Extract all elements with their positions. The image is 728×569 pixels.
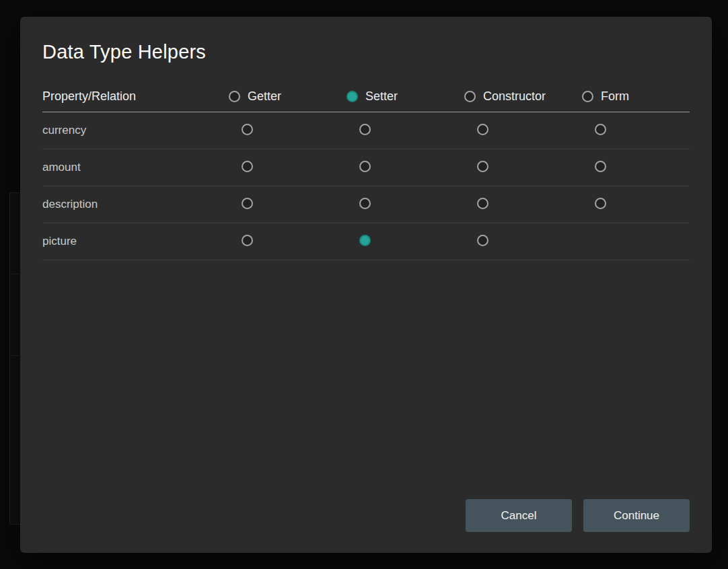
row-label-amount: amount — [42, 161, 229, 174]
background-divider — [10, 274, 20, 274]
cell-currency-form — [582, 124, 690, 138]
column-header-setter: Setter — [347, 89, 464, 104]
radio-description-form[interactable] — [595, 198, 606, 209]
radio-currency-setter[interactable] — [359, 124, 371, 135]
column-radio-getter[interactable] — [229, 91, 240, 102]
radio-currency-getter[interactable] — [242, 124, 253, 135]
cell-description-setter — [347, 198, 464, 212]
radio-description-getter[interactable] — [242, 198, 253, 209]
column-label-form: Form — [601, 89, 629, 104]
dialog-spacer — [42, 260, 690, 499]
radio-currency-constructor[interactable] — [477, 124, 488, 135]
column-header-getter: Getter — [229, 89, 347, 104]
table-row-amount: amount — [42, 149, 690, 186]
table-row-picture: picture — [42, 223, 690, 260]
cell-description-getter — [229, 198, 347, 212]
cancel-button[interactable]: Cancel — [466, 499, 572, 532]
cell-currency-setter — [347, 124, 464, 138]
radio-picture-setter[interactable] — [359, 235, 371, 246]
radio-amount-getter[interactable] — [242, 161, 253, 172]
cell-picture-getter — [229, 235, 347, 249]
cell-amount-constructor — [464, 161, 582, 175]
cell-currency-constructor — [464, 124, 582, 138]
column-label-constructor: Constructor — [483, 89, 546, 104]
table-row-currency: currency — [42, 112, 690, 149]
cell-picture-constructor — [464, 235, 582, 249]
row-label-description: description — [42, 198, 229, 211]
radio-description-setter[interactable] — [359, 198, 371, 209]
table-header: Property/Relation GetterSetterConstructo… — [42, 81, 690, 112]
column-label-setter: Setter — [365, 89, 398, 104]
column-radio-constructor[interactable] — [464, 91, 476, 102]
cell-amount-form — [582, 161, 690, 175]
table-row-description: description — [42, 186, 690, 223]
background-divider — [10, 355, 20, 356]
property-relation-header: Property/Relation — [42, 89, 229, 104]
radio-amount-constructor[interactable] — [477, 161, 488, 172]
cell-amount-getter — [229, 161, 347, 175]
row-label-picture: picture — [42, 235, 229, 248]
column-label-getter: Getter — [248, 89, 281, 104]
radio-description-constructor[interactable] — [477, 198, 488, 209]
radio-amount-setter[interactable] — [359, 161, 371, 172]
cell-amount-setter — [347, 161, 464, 175]
radio-currency-form[interactable] — [595, 124, 606, 135]
column-radio-setter[interactable] — [347, 91, 358, 102]
column-header-constructor: Constructor — [464, 89, 582, 104]
background-app-edge — [9, 192, 20, 525]
data-type-helpers-dialog: Data Type Helpers Property/Relation Gett… — [20, 17, 712, 553]
cell-currency-getter — [229, 124, 347, 138]
table-body: currencyamountdescriptionpicture — [42, 112, 690, 260]
cell-picture-setter — [347, 235, 464, 249]
column-header-form: Form — [582, 89, 690, 104]
radio-picture-getter[interactable] — [242, 235, 253, 246]
row-label-currency: currency — [42, 124, 229, 137]
dialog-title: Data Type Helpers — [42, 41, 690, 63]
column-radio-form[interactable] — [582, 91, 593, 102]
radio-amount-form[interactable] — [595, 161, 606, 172]
radio-picture-constructor[interactable] — [477, 235, 488, 246]
dialog-footer: Cancel Continue — [42, 499, 690, 553]
continue-button[interactable]: Continue — [583, 499, 690, 532]
cell-description-constructor — [464, 198, 582, 212]
cell-description-form — [582, 198, 690, 212]
